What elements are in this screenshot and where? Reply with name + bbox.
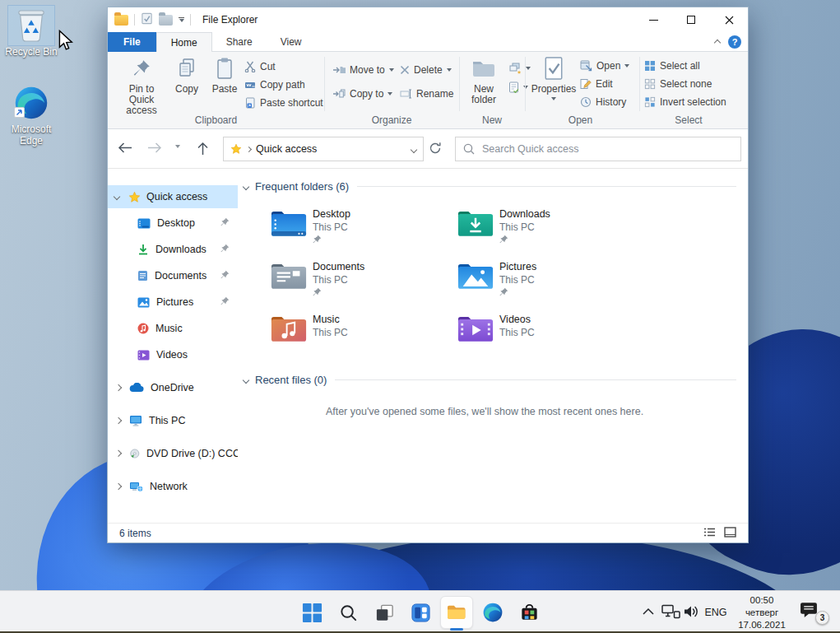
- sidebar-item-downloads[interactable]: Downloads: [108, 238, 238, 261]
- minimize-button[interactable]: [634, 7, 672, 32]
- sidebar-item-music[interactable]: Music: [108, 317, 238, 340]
- collapse-section-icon[interactable]: [243, 183, 249, 189]
- chevron-up-icon: [643, 607, 654, 615]
- tray-show-hidden-icons-button[interactable]: [643, 607, 654, 615]
- delete-icon: [400, 65, 410, 75]
- properties-qat-button[interactable]: [141, 12, 153, 27]
- task-view-button[interactable]: [368, 596, 401, 629]
- new-folder-button[interactable]: New folder: [463, 55, 504, 105]
- microsoft-store-button[interactable]: [513, 596, 545, 629]
- cut-button[interactable]: Cut: [244, 58, 276, 75]
- tab-share[interactable]: Share: [212, 32, 267, 52]
- chevron-expanded-icon[interactable]: [114, 193, 120, 200]
- forward-button[interactable]: [147, 142, 162, 154]
- minimize-icon: [649, 20, 658, 21]
- address-dropdown-button[interactable]: [411, 143, 416, 155]
- chevron-down-icon: [175, 145, 180, 148]
- taskbar-search-button[interactable]: [332, 596, 364, 629]
- search-input[interactable]: [482, 143, 733, 155]
- start-button[interactable]: [295, 596, 328, 629]
- paste-shortcut-button[interactable]: Paste shortcut: [244, 95, 323, 111]
- chevron-collapsed-icon[interactable]: [115, 450, 122, 457]
- tab-view-label: View: [281, 36, 302, 48]
- tab-file[interactable]: File: [108, 32, 156, 52]
- sidebar-item-quick-access[interactable]: Quick access: [108, 185, 238, 208]
- sidebar-item-network[interactable]: Network: [108, 475, 238, 498]
- help-button[interactable]: ?: [728, 35, 741, 49]
- sidebar-item-this-pc[interactable]: This PC: [108, 409, 238, 432]
- notification-badge[interactable]: 3: [815, 611, 829, 625]
- folder-tile-pictures[interactable]: Pictures This PC: [457, 260, 642, 308]
- chevron-collapsed-icon[interactable]: [115, 384, 122, 391]
- sidebar-item-pictures[interactable]: Pictures: [108, 291, 238, 314]
- copy-to-button[interactable]: Copy to: [332, 86, 392, 102]
- widgets-button[interactable]: [404, 596, 437, 629]
- delete-button[interactable]: Delete: [400, 62, 452, 78]
- collapse-section-icon[interactable]: [243, 376, 249, 383]
- properties-button[interactable]: Properties: [531, 55, 577, 100]
- recent-files-label: Recent files (0): [255, 374, 327, 386]
- move-to-button[interactable]: Move to: [332, 62, 394, 78]
- details-view-icon: [703, 527, 716, 538]
- sidebar-item-dvd-drive[interactable]: DVD Drive (D:) CCCC: [108, 442, 238, 465]
- music-icon: [137, 323, 149, 334]
- tab-home[interactable]: Home: [156, 32, 212, 52]
- details-view-button[interactable]: [703, 527, 716, 540]
- customize-qat-button[interactable]: [179, 17, 184, 23]
- history-button[interactable]: History: [580, 94, 626, 110]
- sidebar-item-desktop[interactable]: Desktop: [108, 212, 238, 235]
- collapse-ribbon-button[interactable]: [715, 36, 720, 48]
- recent-files-header[interactable]: Recent files (0): [244, 374, 736, 386]
- tray-network-button[interactable]: [661, 604, 680, 619]
- tray-volume-button[interactable]: [683, 604, 699, 619]
- maximize-button[interactable]: [672, 7, 710, 32]
- chevron-collapsed-icon[interactable]: [115, 483, 122, 490]
- tray-language-button[interactable]: ENG: [703, 603, 729, 622]
- folder-tile-documents[interactable]: Documents This PC: [270, 260, 455, 308]
- desktop-icon-microsoft-edge[interactable]: Microsoft Edge: [0, 82, 63, 147]
- recent-files-empty-message: After you've opened some files, we'll sh…: [238, 406, 731, 417]
- edit-button[interactable]: Edit: [580, 76, 613, 92]
- desktop-icon-recycle-bin[interactable]: Recycle Bin: [0, 5, 63, 58]
- sidebar-item-onedrive[interactable]: OneDrive: [108, 376, 238, 399]
- sidebar-item-label: Documents: [155, 270, 207, 282]
- folder-tile-desktop[interactable]: Desktop This PC: [270, 207, 455, 255]
- thumbnail-view-button[interactable]: [724, 527, 736, 540]
- refresh-button[interactable]: [429, 142, 442, 155]
- file-explorer-taskbar-button[interactable]: [440, 596, 473, 629]
- folder-tile-videos[interactable]: Videos This PC: [457, 313, 642, 361]
- invert-selection-button[interactable]: Invert selection: [644, 94, 726, 110]
- folder-tile-music[interactable]: Music This PC: [270, 313, 455, 361]
- copy-button[interactable]: Copy: [170, 55, 203, 95]
- frequent-folders-header[interactable]: Frequent folders (6): [244, 180, 736, 193]
- recent-locations-button[interactable]: [175, 145, 180, 148]
- select-all-button[interactable]: Select all: [644, 58, 700, 74]
- select-group-label: Select: [639, 114, 738, 126]
- pin-to-quick-access-button[interactable]: Pin to Quick access: [116, 55, 167, 116]
- sidebar-item-videos[interactable]: Videos: [108, 343, 238, 366]
- chevron-collapsed-icon[interactable]: [115, 417, 122, 424]
- select-none-button[interactable]: Select none: [644, 76, 712, 92]
- tray-clock[interactable]: 00:50 четверг 17.06.2021: [729, 594, 795, 631]
- quick-access-star-icon: [128, 191, 141, 203]
- pin-icon: [499, 235, 508, 246]
- edge-taskbar-button[interactable]: [476, 596, 509, 629]
- new-folder-qat-button[interactable]: [159, 15, 173, 26]
- back-button[interactable]: [118, 142, 132, 154]
- tab-view[interactable]: View: [267, 32, 316, 52]
- copy-path-button[interactable]: Copy path: [244, 77, 305, 93]
- folder-tile-downloads[interactable]: Downloads This PC: [457, 207, 642, 255]
- caption-buttons: [634, 7, 748, 32]
- folder-location: This PC: [313, 274, 348, 286]
- pin-icon: [220, 244, 230, 255]
- address-bar[interactable]: Quick access: [223, 137, 424, 161]
- sidebar-item-documents[interactable]: Documents: [108, 264, 238, 287]
- new-item-button[interactable]: [508, 60, 531, 77]
- rename-button[interactable]: Rename: [400, 86, 453, 102]
- close-button[interactable]: [710, 7, 748, 32]
- paste-button[interactable]: Paste: [207, 55, 243, 95]
- up-button[interactable]: [197, 142, 209, 156]
- clock-time: 00:50: [729, 594, 795, 607]
- open-button[interactable]: Open: [580, 58, 629, 74]
- select-none-icon: [644, 78, 656, 90]
